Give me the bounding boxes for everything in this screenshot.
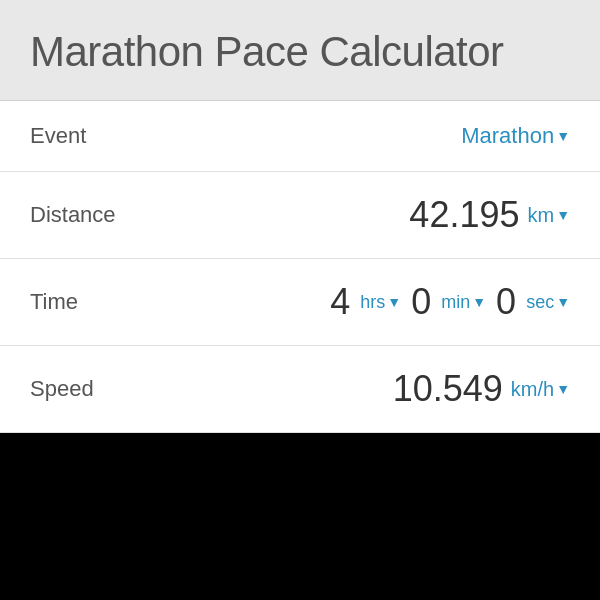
time-hours-arrow: ▼ xyxy=(387,294,401,310)
event-row: Event Marathon ▼ xyxy=(0,101,600,172)
distance-label: Distance xyxy=(30,202,150,228)
time-minutes-unit: min xyxy=(441,292,470,313)
event-dropdown[interactable]: Marathon ▼ xyxy=(461,123,570,149)
time-hours-value: 4 xyxy=(330,281,350,323)
speed-label: Speed xyxy=(30,376,150,402)
event-label: Event xyxy=(30,123,150,149)
event-controls: Marathon ▼ xyxy=(461,123,570,149)
distance-unit-dropdown[interactable]: km ▼ xyxy=(527,204,570,227)
time-controls: 4 hrs ▼ 0 min ▼ 0 sec ▼ xyxy=(330,281,570,323)
distance-unit-arrow: ▼ xyxy=(556,207,570,223)
time-hours-unit-dropdown[interactable]: hrs ▼ xyxy=(360,292,401,313)
speed-row: Speed 10.549 km/h ▼ xyxy=(0,346,600,433)
time-minutes-unit-dropdown[interactable]: min ▼ xyxy=(441,292,486,313)
speed-controls: 10.549 km/h ▼ xyxy=(393,368,570,410)
calculator-container: Marathon Pace Calculator Event Marathon … xyxy=(0,0,600,493)
time-minutes-value: 0 xyxy=(411,281,431,323)
distance-row: Distance 42.195 km ▼ xyxy=(0,172,600,259)
time-minutes-arrow: ▼ xyxy=(472,294,486,310)
time-seconds-unit-dropdown[interactable]: sec ▼ xyxy=(526,292,570,313)
time-seconds-value: 0 xyxy=(496,281,516,323)
bottom-bar xyxy=(0,433,600,493)
time-hours-unit: hrs xyxy=(360,292,385,313)
speed-unit-arrow: ▼ xyxy=(556,381,570,397)
rows-container: Event Marathon ▼ Distance 42.195 km ▼ Ti… xyxy=(0,101,600,433)
header: Marathon Pace Calculator xyxy=(0,0,600,101)
time-row: Time 4 hrs ▼ 0 min ▼ 0 sec ▼ xyxy=(0,259,600,346)
event-dropdown-arrow: ▼ xyxy=(556,128,570,144)
distance-unit: km xyxy=(527,204,554,227)
speed-unit: km/h xyxy=(511,378,554,401)
time-label: Time xyxy=(30,289,150,315)
time-seconds-unit: sec xyxy=(526,292,554,313)
speed-value: 10.549 xyxy=(393,368,503,410)
distance-value: 42.195 xyxy=(409,194,519,236)
page-title: Marathon Pace Calculator xyxy=(30,28,570,76)
speed-unit-dropdown[interactable]: km/h ▼ xyxy=(511,378,570,401)
time-seconds-arrow: ▼ xyxy=(556,294,570,310)
event-value: Marathon xyxy=(461,123,554,149)
distance-controls: 42.195 km ▼ xyxy=(409,194,570,236)
